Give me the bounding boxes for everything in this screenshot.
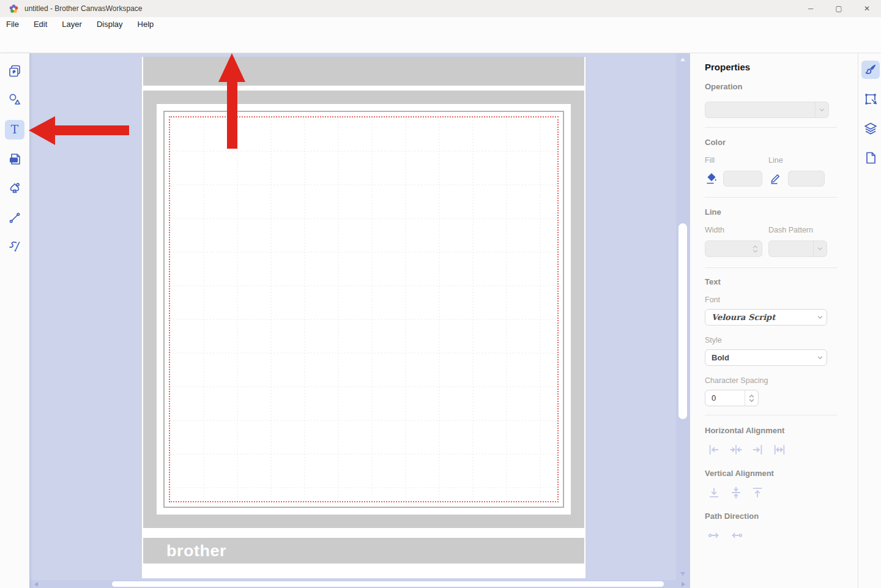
tool-basic-shapes[interactable] <box>5 90 24 110</box>
mat-inner-frame <box>163 111 564 508</box>
path-direction-reverse-button[interactable] <box>729 528 745 543</box>
align-left-button[interactable] <box>706 442 722 457</box>
app-logo-icon <box>9 4 19 14</box>
line-color-button[interactable] <box>768 171 783 185</box>
menu-layer[interactable]: Layer <box>62 20 82 29</box>
window-title: untitled - Brother CanvasWorkspace <box>24 4 143 13</box>
color-heading: Color <box>705 138 726 147</box>
pencil-icon <box>768 171 783 185</box>
maximize-button[interactable]: ▢ <box>825 0 853 17</box>
panel-tab-page[interactable] <box>861 149 880 167</box>
operation-dropdown <box>705 102 829 118</box>
align-top-icon <box>751 486 764 499</box>
fill-color-button[interactable] <box>705 171 719 185</box>
scroll-down-icon[interactable] <box>680 572 685 576</box>
close-button[interactable]: ✕ <box>853 0 881 17</box>
character-spacing-panel-value: 0 <box>712 390 716 406</box>
panel-tab-properties[interactable] <box>861 61 880 79</box>
paintbrush-icon <box>863 62 878 77</box>
scroll-right-icon[interactable] <box>682 582 685 587</box>
svg-text:SVG: SVG <box>10 158 18 162</box>
path-direction-forward-button[interactable] <box>706 528 722 543</box>
panel-title: Properties <box>705 62 750 72</box>
mat-top-strip <box>143 57 584 86</box>
vertical-scrollbar[interactable] <box>676 53 690 580</box>
divider <box>705 127 837 128</box>
cutting-mat-page: brother <box>142 57 585 578</box>
horizontal-scrollbar[interactable] <box>29 580 690 588</box>
path-forward-icon <box>707 529 721 542</box>
divider <box>705 267 837 268</box>
spade-node-icon <box>7 181 22 196</box>
fill-bucket-icon <box>705 171 719 185</box>
panel-tab-layers[interactable] <box>861 119 880 138</box>
style-dropdown[interactable]: Bold <box>705 349 827 366</box>
vertical-alignment-label: Vertical Alignment <box>705 469 774 478</box>
spinner-up-icon <box>753 245 758 248</box>
align-justify-button[interactable] <box>771 442 787 457</box>
tool-freehand-draw[interactable] <box>5 237 24 256</box>
chevron-down-icon <box>819 108 825 111</box>
align-middle-icon <box>729 486 743 499</box>
horizontal-scrollbar-thumb[interactable] <box>112 581 664 587</box>
vertical-scrollbar-thumb[interactable] <box>678 223 687 419</box>
chevron-down-icon <box>817 356 823 359</box>
mat-bottom-strip: brother <box>143 538 584 564</box>
dash-pattern-dropdown <box>768 240 827 257</box>
spacing-panel-arrows[interactable] <box>746 390 757 406</box>
text-heading: Text <box>705 277 721 286</box>
align-justify-icon <box>773 443 786 456</box>
style-value: Bold <box>712 350 729 365</box>
scroll-left-icon[interactable] <box>34 582 38 587</box>
align-left-icon <box>707 443 721 456</box>
mat-cut-boundary <box>169 116 559 502</box>
font-dropdown[interactable]: Veloura Script <box>705 309 827 326</box>
titlebar: untitled - Brother CanvasWorkspace ─ ▢ ✕ <box>0 0 881 17</box>
menubar: File Edit Layer Display Help <box>0 17 881 31</box>
pattern-shapes-icon <box>7 64 22 78</box>
spinner-down-icon <box>749 399 754 402</box>
menu-help[interactable]: Help <box>138 20 154 29</box>
toolbar: 60 % Veloura Script Bold 0 <box>0 31 881 53</box>
path-reverse-icon <box>730 529 743 542</box>
tool-node-edit[interactable] <box>5 179 24 198</box>
align-bottom-button[interactable] <box>706 485 722 500</box>
path-direction-label: Path Direction <box>705 512 759 521</box>
mat-grid <box>170 117 557 501</box>
font-value: Veloura Script <box>712 310 775 325</box>
freehand-draw-icon <box>7 239 22 254</box>
chevron-down-icon <box>817 247 823 250</box>
align-right-button[interactable] <box>749 442 765 457</box>
text-icon: T <box>7 122 23 138</box>
line-color-label: Line <box>768 156 783 165</box>
properties-panel: Properties Operation Color Fill Line <box>690 53 858 588</box>
layers-icon <box>863 121 878 136</box>
minimize-button[interactable]: ─ <box>797 0 825 17</box>
spinner-up-icon <box>749 395 754 398</box>
character-spacing-field[interactable]: 0 <box>705 390 759 406</box>
tool-line[interactable] <box>5 208 24 228</box>
line-width-label: Width <box>705 226 724 234</box>
menu-file[interactable]: File <box>6 20 19 29</box>
align-top-button[interactable] <box>749 485 765 500</box>
font-label: Font <box>705 296 720 304</box>
align-middle-button[interactable] <box>728 485 744 500</box>
menu-display[interactable]: Display <box>97 20 123 29</box>
fill-color-swatch <box>723 171 762 187</box>
mat-work-area[interactable] <box>143 91 584 528</box>
tool-pattern-shapes[interactable] <box>5 61 24 81</box>
scroll-up-icon[interactable] <box>680 58 685 61</box>
tool-sidebar: T SVG <box>0 53 29 588</box>
tool-text[interactable]: T <box>5 120 24 140</box>
panel-tab-strip <box>858 53 881 588</box>
line-width-spinner <box>705 240 762 257</box>
menu-edit[interactable]: Edit <box>34 20 47 29</box>
tool-svg-import[interactable]: SVG <box>5 149 24 169</box>
page-icon <box>863 151 878 165</box>
panel-tab-edit[interactable] <box>861 90 880 108</box>
spinner-down-icon <box>753 250 758 253</box>
align-center-h-button[interactable] <box>728 442 744 457</box>
shapes-icon <box>7 92 22 107</box>
dash-pattern-label: Dash Pattern <box>768 226 813 234</box>
line-tool-icon <box>7 210 22 225</box>
